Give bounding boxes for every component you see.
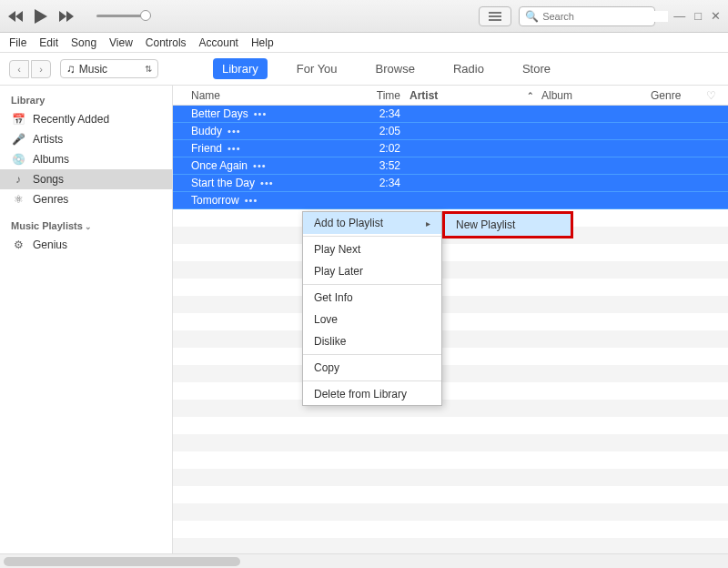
- song-list: Name Time Artist⌃ Album Genre ♡ Better D…: [173, 86, 728, 553]
- history-nav: ‹ ›: [9, 60, 51, 78]
- maximize-button[interactable]: □: [694, 9, 702, 23]
- artists-icon: 🎤: [11, 133, 25, 146]
- column-genre[interactable]: Genre: [651, 89, 706, 102]
- song-name: Once Again: [191, 159, 248, 172]
- menu-edit[interactable]: Edit: [39, 36, 58, 49]
- song-time: 2:05: [364, 125, 410, 137]
- menu-controls[interactable]: Controls: [146, 36, 187, 49]
- tab-library[interactable]: Library: [213, 58, 268, 79]
- back-button[interactable]: ‹: [9, 60, 29, 78]
- main-tabs: Library For You Browse Radio Store: [213, 58, 560, 79]
- ctx-love[interactable]: Love: [303, 309, 441, 330]
- ctx-play-next[interactable]: Play Next: [303, 238, 441, 260]
- more-icon[interactable]: •••: [254, 108, 268, 119]
- table-row[interactable]: Better Days•••2:34: [173, 106, 728, 123]
- prev-button[interactable]: [7, 8, 24, 25]
- sidebar-item-genres[interactable]: ⚛Genres: [0, 189, 172, 209]
- scrollbar-thumb[interactable]: [4, 557, 240, 566]
- ctx-get-info[interactable]: Get Info: [303, 287, 441, 309]
- table-row[interactable]: Start the Day•••2:34: [173, 175, 728, 192]
- more-icon[interactable]: •••: [260, 178, 274, 188]
- song-time: 2:02: [364, 142, 410, 155]
- sidebar-item-genius[interactable]: ⚙Genius: [0, 235, 172, 255]
- sidebar-header-library: Library: [0, 91, 172, 109]
- sidebar-item-label: Albums: [33, 153, 69, 166]
- menu-account[interactable]: Account: [199, 36, 238, 49]
- ctx-play-later[interactable]: Play Later: [303, 260, 441, 282]
- ctx-dislike[interactable]: Dislike: [303, 330, 441, 352]
- nav-row: ‹ › ♫ Music ⇅ Library For You Browse Rad…: [0, 53, 728, 86]
- ctx-separator: [303, 354, 441, 355]
- volume-slider[interactable]: [96, 15, 151, 17]
- albums-icon: 💿: [11, 153, 25, 166]
- ctx-copy[interactable]: Copy: [303, 357, 441, 379]
- ctx-label: Add to Playlist: [314, 217, 383, 229]
- search-field[interactable]: 🔍: [519, 6, 655, 26]
- ctx-add-to-playlist[interactable]: Add to Playlist▸: [303, 212, 441, 234]
- player-toolbar: 🔍 — □ ✕: [0, 0, 728, 33]
- song-name: Friend: [191, 142, 222, 155]
- sort-asc-icon: ⌃: [527, 91, 534, 100]
- more-icon[interactable]: •••: [228, 126, 241, 137]
- play-button[interactable]: [33, 8, 49, 25]
- column-name[interactable]: Name: [173, 89, 364, 102]
- menu-help[interactable]: Help: [251, 36, 274, 49]
- sidebar-item-artists[interactable]: 🎤Artists: [0, 129, 172, 149]
- chevron-down-icon[interactable]: ⌄: [85, 222, 92, 231]
- sidebar-item-songs[interactable]: ♪Songs: [0, 169, 172, 189]
- column-album[interactable]: Album: [541, 89, 651, 102]
- table-row[interactable]: Tomorrow•••: [173, 192, 728, 209]
- menu-song[interactable]: Song: [71, 36, 96, 49]
- music-icon: ♫: [66, 62, 76, 76]
- minimize-button[interactable]: —: [673, 9, 685, 23]
- horizontal-scrollbar[interactable]: [0, 553, 728, 568]
- song-name: Start the Day: [191, 177, 255, 189]
- column-header-row: Name Time Artist⌃ Album Genre ♡: [173, 86, 728, 106]
- more-icon[interactable]: •••: [253, 160, 267, 171]
- column-heart[interactable]: ♡: [706, 89, 728, 102]
- song-time: 3:52: [364, 159, 410, 172]
- ctx-separator: [303, 380, 441, 381]
- media-picker[interactable]: ♫ Music ⇅: [60, 59, 158, 78]
- tab-browse[interactable]: Browse: [367, 58, 424, 79]
- tab-for-you[interactable]: For You: [288, 58, 347, 79]
- genres-icon: ⚛: [11, 193, 25, 206]
- sidebar-item-label: Genius: [33, 238, 67, 251]
- sidebar-header-playlists-label: Music Playlists: [11, 220, 83, 231]
- list-view-button[interactable]: [479, 6, 511, 26]
- close-button[interactable]: ✕: [711, 9, 721, 23]
- search-icon: 🔍: [525, 10, 539, 23]
- menu-bar: File Edit Song View Controls Account Hel…: [0, 33, 728, 53]
- sidebar-item-albums[interactable]: 💿Albums: [0, 149, 172, 169]
- search-input[interactable]: [542, 11, 668, 22]
- ctx-delete-from-library[interactable]: Delete from Library: [303, 383, 441, 405]
- submenu-new-playlist[interactable]: New Playlist: [442, 211, 573, 238]
- ctx-separator: [303, 236, 441, 237]
- sidebar-item-label: Genres: [33, 193, 68, 206]
- tab-radio[interactable]: Radio: [444, 58, 493, 79]
- menu-view[interactable]: View: [109, 36, 133, 49]
- next-button[interactable]: [58, 8, 75, 25]
- sidebar: Library 📅Recently Added 🎤Artists 💿Albums…: [0, 86, 173, 553]
- window-controls: — □ ✕: [673, 9, 721, 23]
- column-artist[interactable]: Artist⌃: [410, 89, 541, 102]
- menu-file[interactable]: File: [9, 36, 26, 49]
- more-icon[interactable]: •••: [245, 195, 258, 206]
- recent-icon: 📅: [11, 113, 25, 126]
- table-row[interactable]: Friend•••2:02: [173, 140, 728, 157]
- tab-store[interactable]: Store: [513, 58, 560, 79]
- table-row[interactable]: Once Again•••3:52: [173, 157, 728, 175]
- column-time[interactable]: Time: [364, 89, 410, 102]
- song-name: Tomorrow: [191, 194, 239, 207]
- context-menu: Add to Playlist▸ Play Next Play Later Ge…: [302, 211, 442, 406]
- sidebar-item-label: Songs: [33, 173, 64, 186]
- more-icon[interactable]: •••: [228, 143, 241, 154]
- forward-button[interactable]: ›: [31, 60, 51, 78]
- songs-icon: ♪: [11, 173, 25, 186]
- right-controls: 🔍 — □ ✕: [479, 6, 721, 26]
- song-time: 2:34: [364, 177, 410, 189]
- chevron-right-icon: ▸: [426, 218, 430, 228]
- submenu-label: New Playlist: [456, 218, 515, 231]
- table-row[interactable]: Buddy•••2:05: [173, 123, 728, 140]
- sidebar-item-recently-added[interactable]: 📅Recently Added: [0, 109, 172, 129]
